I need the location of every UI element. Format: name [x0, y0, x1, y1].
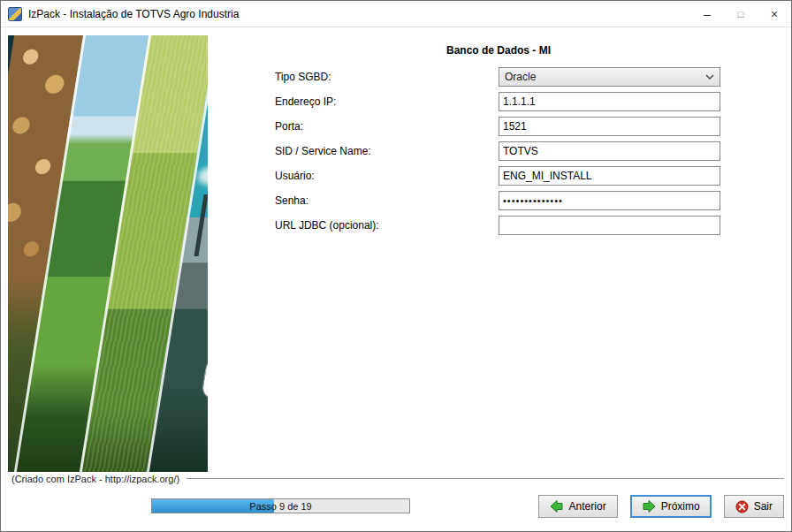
- title-bar: IzPack - Instalação de TOTVS Agro Indust…: [1, 1, 791, 27]
- form-row-ip: Endereço IP:: [275, 92, 720, 111]
- maximize-button[interactable]: □: [724, 1, 758, 27]
- form-row-jdbc: URL JDBC (opcional):: [275, 216, 720, 235]
- nav-buttons: Anterior Próximo Sair: [538, 495, 784, 518]
- bottom-bar: Passo 9 de 19 Anterior Próximo: [8, 491, 784, 521]
- sid-input[interactable]: [499, 141, 720, 161]
- form-row-sgbd: Tipo SGBD: Oracle: [275, 67, 720, 87]
- jdbc-label: URL JDBC (opcional):: [275, 219, 499, 232]
- sgbd-selected-value: Oracle: [505, 71, 536, 83]
- progress-label: Passo 9 de 19: [152, 499, 409, 513]
- form-row-user: Usuário:: [275, 166, 720, 186]
- next-button-label: Próximo: [661, 500, 700, 513]
- port-input[interactable]: [499, 117, 720, 136]
- chevron-down-icon: [705, 74, 714, 80]
- window-controls: – □ ×: [690, 1, 791, 27]
- minimize-button[interactable]: –: [690, 1, 724, 27]
- install-progress-bar: Passo 9 de 19: [151, 498, 410, 513]
- port-label: Porta:: [275, 120, 499, 133]
- storage-tank: [201, 357, 208, 398]
- main-area: Banco de Dados - MI Tipo SGBD: Oracle En…: [1, 28, 791, 531]
- password-label: Senha:: [275, 194, 499, 207]
- arrow-right-icon: [642, 499, 656, 513]
- form-row-sid: SID / Service Name:: [275, 141, 720, 161]
- jdbc-input[interactable]: [499, 216, 720, 235]
- window-title: IzPack - Instalação de TOTVS Agro Indust…: [28, 8, 690, 20]
- ip-label: Endereço IP:: [275, 95, 499, 108]
- izpack-credit: (Criado com IzPack - http://izpack.org/): [11, 474, 179, 484]
- credit-row: (Criado com IzPack - http://izpack.org/): [11, 474, 784, 484]
- password-input[interactable]: [499, 191, 720, 210]
- previous-button-label: Anterior: [569, 500, 606, 513]
- quit-button[interactable]: Sair: [724, 495, 784, 518]
- smoke-plume: [196, 167, 208, 185]
- close-button[interactable]: ×: [758, 1, 791, 27]
- sid-label: SID / Service Name:: [275, 145, 499, 157]
- next-button[interactable]: Próximo: [630, 495, 712, 518]
- installer-window: { "window": { "title": "IzPack - Instala…: [0, 0, 792, 532]
- ip-input[interactable]: [499, 92, 720, 111]
- form-row-port: Porta:: [275, 117, 720, 136]
- sgbd-label: Tipo SGBD:: [275, 71, 499, 83]
- izpack-app-icon: [8, 7, 22, 21]
- sgbd-select[interactable]: Oracle: [499, 67, 720, 87]
- arrow-left-icon: [550, 499, 564, 513]
- page-title: Banco de Dados - MI: [213, 44, 784, 57]
- quit-button-label: Sair: [754, 500, 773, 513]
- separator-line: [187, 478, 784, 480]
- user-label: Usuário:: [275, 170, 499, 182]
- quit-icon: [735, 500, 749, 513]
- previous-button[interactable]: Anterior: [538, 495, 618, 518]
- database-form: Tipo SGBD: Oracle Endereço IP: Porta: SI…: [275, 67, 720, 240]
- user-input[interactable]: [499, 166, 720, 186]
- form-row-password: Senha:: [275, 191, 720, 210]
- side-photo-collage: [8, 35, 208, 472]
- smokestack: [194, 194, 208, 256]
